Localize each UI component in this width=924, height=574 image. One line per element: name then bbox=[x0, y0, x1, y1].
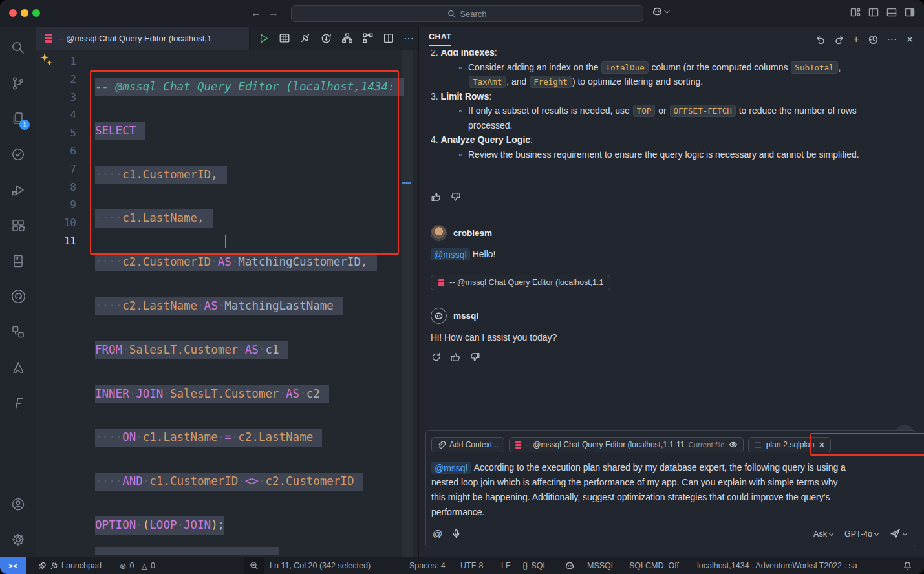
actual-plan-icon[interactable] bbox=[362, 32, 374, 44]
undo-icon[interactable] bbox=[815, 34, 826, 45]
code-line-6[interactable]: ····c2.LastName·AS·MatchingLastName bbox=[95, 297, 404, 315]
code-line-8[interactable]: INNER·JOIN·SalesLT.Customer·AS·c2 bbox=[95, 385, 404, 403]
remote-indicator[interactable]: >< bbox=[0, 557, 26, 574]
sidebar-item-run-debug[interactable] bbox=[0, 172, 36, 207]
code-lines[interactable]: -- @mssql Chat Query Editor (localhost,1… bbox=[95, 52, 404, 557]
code-line-2[interactable]: SELECT bbox=[95, 122, 404, 140]
split-editor-icon[interactable] bbox=[383, 32, 394, 44]
history-icon[interactable] bbox=[868, 34, 878, 45]
language-item[interactable]: {} SQL bbox=[522, 557, 547, 574]
microphone-icon[interactable] bbox=[451, 529, 461, 538]
copilot-status-item[interactable] bbox=[564, 557, 575, 574]
thumbs-up-icon[interactable] bbox=[450, 352, 461, 363]
more-actions-icon[interactable]: ⋯ bbox=[886, 33, 897, 45]
code-line-9[interactable]: ····ON·c1.LastName·=·c2.LastName bbox=[95, 429, 404, 447]
command-search-box[interactable]: Search bbox=[291, 5, 643, 22]
sidebar-item-remote-explorer[interactable] bbox=[0, 314, 36, 350]
plan-file-chip[interactable]: plan-2.sqlplan ✕ bbox=[748, 437, 832, 452]
connection-status-item[interactable]: localhost,1434 : AdventureWorksLT2022 : … bbox=[697, 557, 857, 574]
sidebar-item-flame[interactable] bbox=[0, 385, 36, 421]
sidebar-item-source-control[interactable] bbox=[0, 65, 36, 101]
eol-item[interactable]: LF bbox=[501, 557, 511, 574]
minimize-window-button[interactable] bbox=[21, 9, 28, 17]
sidebar-item-account[interactable] bbox=[0, 486, 36, 522]
disconnect-plug-icon[interactable] bbox=[299, 32, 311, 44]
mode-selector[interactable]: Ask bbox=[813, 529, 834, 538]
sqlcmd-status-item[interactable]: SQLCMD: Off bbox=[629, 557, 679, 574]
current-file-chip[interactable]: -- @mssql Chat Query Editor (localhost,1… bbox=[509, 437, 744, 452]
list-item: 4. Analyze Query Logic: bbox=[431, 133, 916, 147]
more-actions-icon[interactable]: ⋯ bbox=[403, 32, 414, 45]
toggle-panel-icon[interactable] bbox=[886, 7, 897, 17]
code-line-11[interactable]: OPTION·(LOOP·JOIN); bbox=[95, 516, 404, 535]
azure-icon bbox=[10, 360, 26, 376]
chat-input-message[interactable]: @mssqlAccording to the execution plan sh… bbox=[431, 460, 913, 520]
line-number: 9 bbox=[56, 196, 76, 214]
sync-connection-icon[interactable] bbox=[320, 32, 332, 45]
title-bar: ← → Search bbox=[0, 0, 924, 27]
line-number: 10 bbox=[56, 214, 76, 232]
sidebar-item-testing[interactable] bbox=[0, 136, 36, 172]
tab-mssql-chat-query-editor[interactable]: -- @mssql Chat Query Editor (localhost,1 bbox=[36, 27, 250, 50]
eye-icon[interactable] bbox=[729, 440, 738, 449]
send-button[interactable] bbox=[890, 528, 908, 539]
retry-icon[interactable] bbox=[431, 352, 442, 363]
chevron-down-icon bbox=[828, 530, 833, 535]
customize-layout-icon[interactable] bbox=[850, 7, 861, 17]
attached-file-chip[interactable]: -- @mssql Chat Query Editor (localhost,1… bbox=[431, 275, 610, 290]
encoding-item[interactable]: UTF-8 bbox=[460, 557, 483, 574]
code-editor[interactable]: 1 2 3 4 5 6 7 8 9 10 11 -- @mssql Chat Q… bbox=[36, 50, 418, 557]
launchpad-item[interactable]: Launchpad bbox=[38, 557, 102, 574]
mention-chip[interactable]: @mssql bbox=[431, 248, 470, 260]
close-window-button[interactable] bbox=[9, 9, 17, 17]
thumbs-up-icon[interactable] bbox=[431, 191, 442, 202]
vertical-scrollbar[interactable] bbox=[402, 50, 413, 557]
code-line-3[interactable]: ····c1.CustomerID, bbox=[95, 166, 404, 184]
sidebar-item-mssql[interactable] bbox=[0, 243, 36, 279]
sidebar-item-extensions[interactable] bbox=[0, 207, 36, 243]
bot-name: mssql bbox=[453, 311, 478, 321]
toggle-secondary-sidebar-icon[interactable] bbox=[905, 7, 915, 17]
mssql-status-item[interactable]: MSSQL bbox=[587, 557, 616, 574]
code-line-7[interactable]: FROM·SalesLT.Customer·AS·c1 bbox=[95, 341, 404, 359]
forward-arrow-icon[interactable]: → bbox=[268, 6, 279, 20]
thumbs-down-icon[interactable] bbox=[450, 191, 461, 202]
copilot-icon bbox=[434, 311, 444, 321]
results-grid-icon[interactable] bbox=[279, 32, 290, 44]
copilot-sparkle-icon[interactable] bbox=[39, 52, 53, 69]
sidebar-item-search[interactable] bbox=[0, 30, 36, 65]
close-icon[interactable]: ✕ bbox=[906, 34, 914, 45]
thumbs-down-icon[interactable] bbox=[469, 352, 480, 363]
indentation-item[interactable]: Spaces: 4 bbox=[409, 557, 446, 574]
code-line-5[interactable]: ····c2.CustomerID·AS·MatchingCustomerID, bbox=[95, 253, 404, 271]
sidebar-item-explorer[interactable]: 1 bbox=[0, 101, 36, 136]
user-message-body: @mssql Hello! bbox=[431, 249, 495, 259]
model-selector[interactable]: GPT-4o bbox=[844, 529, 879, 538]
horizontal-scrollbar[interactable] bbox=[95, 547, 279, 555]
code-line-4[interactable]: ····c1.LastName, bbox=[95, 209, 404, 228]
zoom-indicator[interactable] bbox=[244, 557, 264, 574]
chat-tab[interactable]: CHAT bbox=[429, 32, 451, 46]
message-feedback-row bbox=[431, 191, 461, 202]
mention-button[interactable]: @ bbox=[433, 528, 442, 539]
database-icon bbox=[515, 441, 522, 449]
new-chat-icon[interactable]: + bbox=[853, 34, 859, 45]
problems-item[interactable]: ⊗0 △0 bbox=[120, 557, 155, 574]
toggle-primary-sidebar-icon[interactable] bbox=[868, 7, 879, 17]
chat-input-box[interactable]: Add Context... -- @mssql Chat Query Edit… bbox=[425, 430, 916, 547]
notifications-item[interactable] bbox=[903, 557, 912, 574]
estimated-plan-icon[interactable] bbox=[341, 32, 353, 44]
redo-icon[interactable] bbox=[834, 34, 844, 45]
code-line-1[interactable]: -- @mssql Chat Query Editor (localhost,1… bbox=[95, 78, 404, 96]
sidebar-item-settings[interactable] bbox=[0, 522, 36, 557]
remove-attachment-icon[interactable]: ✕ bbox=[818, 440, 825, 450]
sidebar-item-azure[interactable] bbox=[0, 350, 36, 385]
maximize-window-button[interactable] bbox=[32, 9, 40, 17]
add-context-button[interactable]: Add Context... bbox=[431, 437, 504, 452]
cursor-position-item[interactable]: Ln 11, Col 20 (342 selected) bbox=[270, 557, 371, 574]
code-line-10[interactable]: ····AND·c1.CustomerID·<>·c2.CustomerID bbox=[95, 473, 404, 491]
run-query-icon[interactable] bbox=[257, 32, 270, 45]
copilot-menu-button[interactable] bbox=[652, 6, 670, 17]
sidebar-item-github[interactable] bbox=[0, 279, 36, 314]
back-arrow-icon[interactable]: ← bbox=[251, 6, 261, 20]
